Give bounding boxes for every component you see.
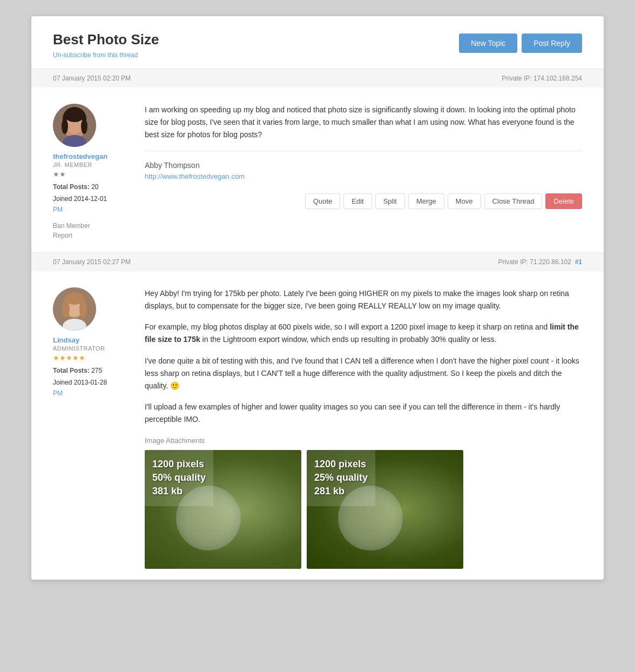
svg-point-14: [65, 293, 84, 305]
post2-author-meta: Total Posts: 275 Joined 2013-01-28: [53, 365, 129, 388]
unsubscribe-link[interactable]: Un-subscribe from this thread: [53, 51, 138, 59]
split-button[interactable]: Split: [375, 193, 405, 209]
post2-author-panel: Lindsay ADMINISTRATOR ★★★★★ Total Posts:…: [53, 287, 129, 569]
post2-num: #1: [575, 258, 582, 266]
report-link[interactable]: Report: [53, 232, 129, 239]
post1-divider: [145, 151, 582, 151]
post1-stars: ★★: [53, 170, 129, 178]
post1-pm-link[interactable]: PM: [53, 206, 129, 213]
post1-author-actions: Ban Member Report: [53, 222, 129, 239]
svg-point-5: [81, 119, 87, 134]
edit-button[interactable]: Edit: [343, 193, 371, 209]
post2-content: Hey Abby! I'm trying for 175kb per photo…: [145, 287, 582, 569]
post1-author-meta: Total Posts: 20 Joined 2014-12-01: [53, 182, 129, 205]
post2-avatar: [53, 287, 96, 331]
post2-ip-num: Private IP: 71.220.86.102 #1: [498, 258, 582, 266]
post1-author-role: JR. MEMBER: [53, 162, 129, 168]
post1-author-panel: thefrostedvegan JR. MEMBER ★★ Total Post…: [53, 104, 129, 241]
image-card-2[interactable]: 1200 pixels 25% quality 281 kb: [307, 450, 463, 569]
post1-ip: Private IP: 174.102.168.254: [502, 75, 582, 82]
delete-button[interactable]: Delete: [545, 193, 582, 209]
page-header: Best Photo Size Un-subscribe from this t…: [31, 16, 604, 69]
attachments-label: Image Attachments: [145, 436, 582, 445]
new-topic-button[interactable]: New Topic: [459, 33, 517, 53]
post-reply-button[interactable]: Post Reply: [522, 33, 582, 53]
post2-paragraph1: Hey Abby! I'm trying for 175kb per photo…: [145, 287, 582, 312]
post1-actions: Quote Edit Split Merge Move Close Thread…: [145, 193, 582, 209]
merge-button[interactable]: Merge: [408, 193, 444, 209]
post2-paragraph2: For example, my blog photos display at 6…: [145, 321, 582, 346]
post1-author-name[interactable]: thefrostedvegan: [53, 152, 129, 160]
page-title: Best Photo Size: [53, 31, 159, 48]
header-buttons: New Topic Post Reply: [459, 33, 582, 53]
post2-author-name[interactable]: Lindsay: [53, 336, 129, 344]
header-title-block: Best Photo Size Un-subscribe from this t…: [53, 31, 159, 59]
svg-point-4: [62, 119, 68, 134]
image-card-1-overlay: 1200 pixels 50% quality 381 kb: [145, 450, 213, 506]
post1-section: thefrostedvegan JR. MEMBER ★★ Total Post…: [31, 88, 604, 252]
quote-button[interactable]: Quote: [305, 193, 340, 209]
post1-text: I am working on speeding up my blog and …: [145, 104, 582, 141]
post2-pm-link[interactable]: PM: [53, 389, 129, 397]
post1-meta-bar: 07 January 2015 02:20 PM Private IP: 174…: [31, 69, 604, 88]
close-thread-button[interactable]: Close Thread: [484, 193, 543, 209]
page-container: Best Photo Size Un-subscribe from this t…: [31, 16, 604, 580]
post1-signature-name: Abby Thompson: [145, 161, 582, 170]
image-grid: 1200 pixels 50% quality 381 kb 1200 pixe…: [145, 450, 582, 569]
post2-stars: ★★★★★: [53, 354, 129, 362]
image-attachments: Image Attachments 1200 pixels 50% qualit…: [145, 436, 582, 569]
image-card-2-overlay: 1200 pixels 25% quality 281 kb: [307, 450, 375, 506]
post2-author-role: ADMINISTRATOR: [53, 345, 129, 352]
post2-section: Lindsay ADMINISTRATOR ★★★★★ Total Posts:…: [31, 271, 604, 580]
post1-content: I am working on speeding up my blog and …: [145, 104, 582, 241]
post2-date: 07 January 2015 02:27 PM: [53, 258, 131, 266]
post2-paragraph4: I'll upload a few examples of higher and…: [145, 401, 582, 426]
image-card-1[interactable]: 1200 pixels 50% quality 381 kb: [145, 450, 301, 569]
post1-signature-link[interactable]: http://www.thefrostedvegan.com: [145, 172, 245, 180]
post2-paragraph3: I've done quite a bit of testing with th…: [145, 355, 582, 392]
svg-point-6: [65, 109, 84, 122]
ban-member-link[interactable]: Ban Member: [53, 222, 129, 230]
post1-avatar: [53, 104, 96, 147]
move-button[interactable]: Move: [448, 193, 481, 209]
post1-date: 07 January 2015 02:20 PM: [53, 75, 131, 82]
post2-meta-bar: 07 January 2015 02:27 PM Private IP: 71.…: [31, 252, 604, 271]
